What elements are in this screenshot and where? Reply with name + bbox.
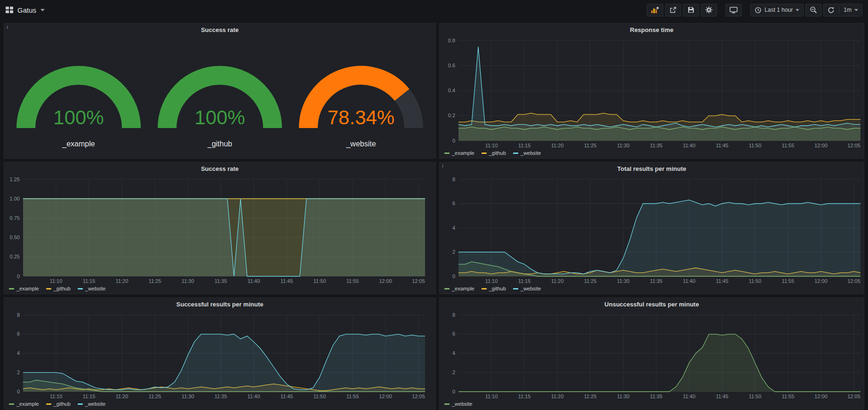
legend-swatch (482, 288, 487, 289)
y-tick-label: 0.25 (10, 254, 20, 259)
share-dashboard-button[interactable] (665, 4, 681, 16)
chart-canvas-successful-results-per-minute[interactable]: 0246811:1011:1511:2011:2511:3011:3511:40… (4, 310, 432, 400)
legend-swatch (444, 403, 450, 405)
panel-header-unsuccessful-results[interactable]: Unsuccessful results per minute (440, 298, 864, 310)
legend-item-_website[interactable]: _website (513, 286, 541, 291)
x-tick-label: 12:00 (379, 394, 392, 399)
zoom-out-button[interactable] (805, 4, 821, 16)
y-tick-label: 6 (452, 331, 455, 337)
x-tick-label: 11:45 (281, 394, 293, 399)
y-tick-label: 6 (17, 331, 20, 337)
panel-header-success-rate-timeseries[interactable]: Success rate (4, 162, 435, 175)
add-panel-button[interactable] (647, 4, 663, 16)
monitor-icon (730, 6, 738, 14)
legend-swatch (9, 403, 14, 405)
chart-canvas-unsuccessful-results-per-minute[interactable]: 0246811:1011:1511:2011:2511:3011:3511:40… (440, 310, 867, 400)
legend-label: _github (489, 150, 506, 156)
x-tick-label: 11:35 (215, 394, 227, 399)
chart-response-time[interactable]: 00.20.40.60.811:1011:1511:2011:2511:3011… (440, 36, 864, 149)
chevron-down-icon (854, 9, 858, 11)
y-tick-label: 0.4 (448, 88, 455, 93)
x-tick-label: 11:15 (83, 394, 96, 399)
chart-unsuccessful-results[interactable]: 0246811:1011:1511:2011:2511:3011:3511:40… (440, 310, 864, 400)
panel-header-response-time[interactable]: Response time (440, 24, 864, 36)
legend-item-_github[interactable]: _github (482, 286, 506, 291)
series-line-_website (458, 334, 860, 392)
chart-successful-results[interactable]: 0246811:1011:1511:2011:2511:3011:3511:40… (4, 310, 435, 400)
chevron-down-icon[interactable] (40, 9, 45, 11)
panel-header-total-results[interactable]: Total results per minute (440, 162, 864, 175)
x-tick-label: 11:20 (551, 143, 564, 148)
legend-item-_example[interactable]: _example (444, 150, 474, 156)
refresh-icon (828, 7, 835, 14)
y-tick-label: 0.6 (448, 63, 455, 68)
gauge-value-text: 78.34% (328, 106, 394, 129)
chart-success-rate-timeseries[interactable]: 00.250.500.751.001.2511:1011:1511:2011:2… (4, 175, 435, 285)
chart-canvas-success-rate-timeseries[interactable]: 00.250.500.751.001.2511:1011:1511:2011:2… (4, 175, 432, 285)
panel-header-success-rate-gauges[interactable]: Success rate (4, 24, 435, 36)
x-tick-label: 11:20 (551, 278, 564, 284)
chart-canvas-response-time[interactable]: 00.20.40.60.811:1011:1511:2011:2511:3011… (440, 36, 867, 149)
panel-header-successful-results[interactable]: Successful results per minute (4, 298, 435, 310)
x-tick-label: 11:30 (182, 278, 194, 284)
x-tick-label: 11:30 (617, 278, 630, 284)
chart-canvas-total-results-per-minute[interactable]: 0246811:1011:1511:2011:2511:3011:3511:40… (440, 175, 867, 285)
x-tick-label: 12:00 (379, 278, 392, 284)
y-tick-label: 0 (452, 273, 455, 279)
x-tick-label: 11:50 (313, 278, 326, 284)
x-tick-label: 12:05 (412, 278, 425, 284)
x-tick-label: 11:30 (182, 394, 194, 399)
legend-item-_website[interactable]: _website (78, 401, 105, 407)
refresh-button[interactable]: 1m (823, 4, 862, 16)
panel-title: Response time (630, 26, 673, 33)
legend-item-_github[interactable]: _github (46, 286, 71, 291)
legend-item-_website[interactable]: _website (444, 401, 472, 407)
y-tick-label: 0 (17, 273, 20, 279)
x-tick-label: 11:50 (749, 278, 762, 284)
series-area-_website (458, 47, 860, 141)
panel-title: Total results per minute (617, 165, 686, 172)
legend-item-_example[interactable]: _example (9, 401, 39, 407)
panel-unsuccessful-results: Unsuccessful results per minute 0246811:… (439, 297, 864, 410)
gauge-_website: 78.34%_website (290, 45, 432, 148)
legend-swatch (78, 288, 83, 289)
dashboard-title[interactable]: Gatus (17, 6, 36, 14)
x-tick-label: 11:35 (650, 278, 663, 284)
info-icon[interactable]: i (7, 24, 8, 30)
chart-total-results[interactable]: 0246811:1011:1511:2011:2511:3011:3511:40… (440, 175, 864, 285)
legend-swatch (482, 153, 487, 154)
x-tick-label: 11:15 (518, 394, 531, 399)
info-icon[interactable]: i (442, 163, 443, 169)
legend-item-_example[interactable]: _example (444, 286, 474, 291)
x-tick-label: 12:05 (847, 394, 860, 399)
legend-item-_website[interactable]: _website (78, 286, 105, 291)
x-tick-label: 11:35 (650, 143, 663, 148)
y-tick-label: 8 (17, 312, 20, 318)
legend-item-_example[interactable]: _example (9, 286, 39, 291)
x-tick-label: 11:55 (782, 394, 795, 399)
x-tick-label: 11:30 (617, 394, 630, 399)
legend-swatch (444, 288, 450, 289)
tv-mode-button[interactable] (725, 4, 742, 16)
dashboard-settings-button[interactable] (701, 4, 717, 16)
y-tick-label: 0 (452, 138, 455, 144)
panel-success-rate-gauges: i Success rate 100%_example100%_github78… (4, 23, 436, 159)
gauge-title: _website (346, 140, 376, 148)
x-tick-label: 11:45 (716, 278, 729, 284)
x-tick-label: 11:25 (584, 143, 597, 148)
dashboard-grid-icon[interactable] (6, 6, 13, 14)
x-tick-label: 12:00 (814, 143, 828, 148)
series-area-_website (23, 334, 425, 392)
legend-successful-results: _example_github_website (4, 400, 435, 409)
panel-total-results: i Total results per minute 0246811:1011:… (439, 162, 864, 294)
y-tick-label: 0.50 (10, 234, 20, 240)
save-dashboard-button[interactable] (683, 4, 699, 16)
x-tick-label: 11:15 (83, 278, 96, 284)
legend-item-_website[interactable]: _website (513, 150, 541, 156)
x-tick-label: 11:45 (716, 143, 729, 148)
panel-title: Unsuccessful results per minute (604, 301, 699, 308)
legend-item-_github[interactable]: _github (482, 150, 506, 156)
legend-item-_github[interactable]: _github (46, 401, 71, 407)
time-range-button[interactable]: Last 1 hour (750, 4, 804, 16)
y-tick-label: 2 (17, 370, 20, 375)
